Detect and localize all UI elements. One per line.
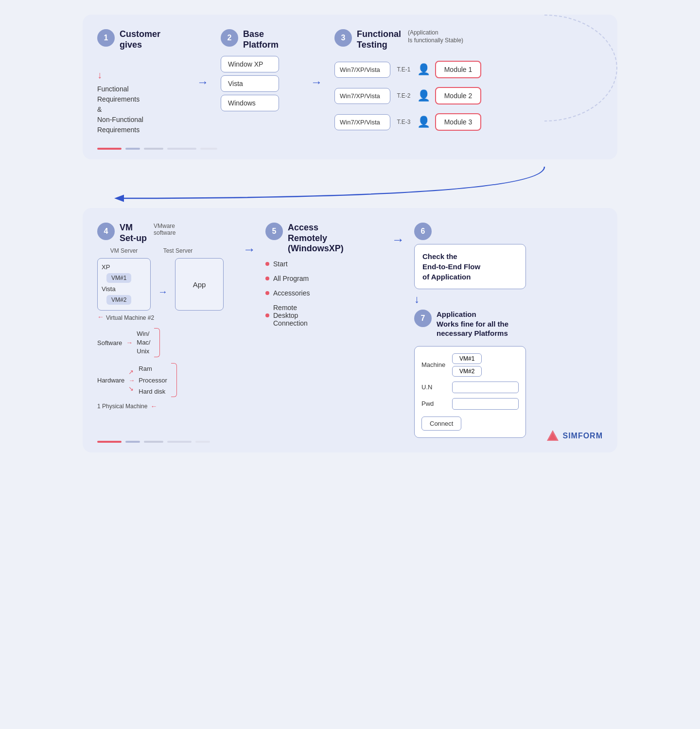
vm-server-area: XP VM#1 Vista VM#2 → App xyxy=(97,258,233,311)
un-label: U.N xyxy=(421,383,448,391)
prog-gray-2 xyxy=(144,148,163,150)
bottom-section: 4 VMSet-up VMwaresoftware VM Server Test… xyxy=(83,208,617,452)
bot-prog-gray-1 xyxy=(125,441,140,443)
login-box: Machine VM#1 VM#2 U.N Pwd xyxy=(414,346,526,438)
software-label: Software xyxy=(97,339,122,347)
step2-block: 2 BasePlatform Window XP Vista Windows xyxy=(221,29,298,114)
access-accessories-label: Accessories xyxy=(273,289,310,297)
step1-block: 1 Customergives ↓ FunctionalRequirements… xyxy=(97,29,185,135)
test-server-label: Test Server xyxy=(154,247,202,254)
bottom-row: 4 VMSet-up VMwaresoftware VM Server Test… xyxy=(97,223,603,438)
big-connector xyxy=(83,164,617,203)
step7-block: 7 ApplicationWorks fine for all theneces… xyxy=(414,310,526,438)
step1-content: ↓ FunctionalRequirements&Non-FunctionalR… xyxy=(97,66,143,135)
sw-unix: Unix xyxy=(137,347,150,356)
step5-circle: 5 xyxy=(265,223,283,240)
module-box-2: Module 2 xyxy=(435,87,481,104)
person-icon-1: 👤 xyxy=(417,63,430,76)
login-vm2: VM#2 xyxy=(452,366,482,377)
step1-circle: 1 xyxy=(97,29,115,47)
connect-button[interactable]: Connect xyxy=(421,417,461,431)
te-label-2: T.E-2 xyxy=(395,92,412,99)
main-container: 1 Customergives ↓ FunctionalRequirements… xyxy=(83,15,617,452)
step1-req: FunctionalRequirements&Non-FunctionalReq… xyxy=(97,85,143,134)
dot-pink-1 xyxy=(265,262,269,266)
vm-left-panel: XP VM#1 Vista VM#2 xyxy=(97,258,151,311)
access-remote: RemoteDesktopConnection xyxy=(265,304,382,327)
dot-pink-4 xyxy=(265,313,269,317)
prog-gray-3 xyxy=(167,148,196,150)
simform-logo: SIMFORM xyxy=(546,429,603,443)
step4-title: VMSet-up xyxy=(120,223,147,243)
sw-mac: Mac/ xyxy=(137,338,150,347)
bot-prog-gray-4 xyxy=(195,441,210,443)
win-box-2: Win7/XP/Vista xyxy=(334,88,390,104)
arrow-hw-3: ↘ xyxy=(128,385,135,392)
functional-row-1: Win7/XP/Vista T.E-1 👤 Module 1 xyxy=(334,61,481,78)
access-allprog: All Program xyxy=(265,275,382,282)
brace-hardware xyxy=(171,363,177,397)
software-section: Software → Win/ Mac/ Unix Hardware xyxy=(97,328,233,397)
step6-circle: 6 xyxy=(414,223,432,240)
step3-block: 3 FunctionalTesting (ApplicationIs funct… xyxy=(334,29,603,131)
step2-circle: 2 xyxy=(221,29,238,47)
arrow-right-5-6: → xyxy=(392,232,404,247)
prog-red xyxy=(97,148,122,150)
dot-pink-2 xyxy=(265,277,269,280)
simform-icon xyxy=(546,429,560,443)
sw-win: Win/ xyxy=(137,330,150,338)
login-pwd-row: Pwd xyxy=(421,398,519,410)
access-items: Start All Program Accessories RemoteDesk… xyxy=(265,260,382,327)
bot-prog-gray-2 xyxy=(144,441,163,443)
machine-label: Machine xyxy=(421,361,448,368)
module-box-1: Module 1 xyxy=(435,61,481,78)
vm-arrow-pink: ← xyxy=(97,313,104,321)
top-section: 1 Customergives ↓ FunctionalRequirements… xyxy=(83,15,617,159)
step4-circle: 4 xyxy=(97,223,115,240)
platform-winxp: Window XP xyxy=(221,56,279,72)
win-box-1: Win7/XP/Vista xyxy=(334,62,390,78)
login-machine-row: Machine VM#1 VM#2 xyxy=(421,353,519,377)
vm-server-label: VM Server xyxy=(97,247,151,254)
prog-gray-4 xyxy=(200,148,217,150)
login-vm1: VM#1 xyxy=(452,353,482,364)
access-start: Start xyxy=(265,260,382,268)
step1-title: Customergives xyxy=(120,29,160,50)
access-remote-label: RemoteDesktopConnection xyxy=(273,304,308,327)
step5-header: 5 AccessRemotely(WindowsXP) xyxy=(265,223,382,254)
platform-windows: Windows xyxy=(221,95,279,111)
vm-chip-2: VM#2 xyxy=(106,295,131,305)
step2-title: BasePlatform xyxy=(243,29,279,50)
hw-proc: Processor xyxy=(139,375,167,386)
hw-ram: Ram xyxy=(139,363,167,374)
step5-title: AccessRemotely(WindowsXP) xyxy=(288,223,344,254)
top-row: 1 Customergives ↓ FunctionalRequirements… xyxy=(97,29,603,135)
platform-vista: Vista xyxy=(221,75,279,92)
brace-software xyxy=(154,328,160,357)
pwd-input[interactable] xyxy=(452,398,519,410)
step6-7-col: 6 Check theEnd-to-End Flowof Application… xyxy=(414,223,603,438)
step3-header: 3 FunctionalTesting (ApplicationIs funct… xyxy=(334,29,463,50)
software-items: Win/ Mac/ Unix xyxy=(137,330,150,356)
bot-prog-gray-3 xyxy=(167,441,192,443)
person-icon-2: 👤 xyxy=(417,89,430,102)
dot-pink-3 xyxy=(265,291,269,295)
te-label-1: T.E-1 xyxy=(395,66,412,73)
functional-rows: Win7/XP/Vista T.E-1 👤 Module 1 Win7/XP/V… xyxy=(334,61,481,131)
step6-header: 6 xyxy=(414,223,526,240)
arrow-down-pink-1: ↓ xyxy=(97,68,143,82)
hardware-items: Ram Processor Hard disk xyxy=(139,363,167,397)
app-label: App xyxy=(193,280,206,289)
login-un-row: U.N xyxy=(421,382,519,393)
physical-machine-label: 1 Physical Machine xyxy=(97,403,147,410)
vm-chips-col: VM#1 VM#2 xyxy=(452,353,482,377)
step5-block: 5 AccessRemotely(WindowsXP) Start All Pr… xyxy=(265,223,382,327)
step3-circle: 3 xyxy=(334,29,352,47)
step6-box: Check theEnd-to-End Flowof Application xyxy=(414,244,526,289)
un-input[interactable] xyxy=(452,382,519,393)
arrow-hw-2: → xyxy=(128,377,135,384)
hardware-label: Hardware xyxy=(97,377,124,384)
arrow-hw-1: ↗ xyxy=(128,368,135,376)
step4-header: 4 VMSet-up VMwaresoftware xyxy=(97,223,233,243)
arrow-right-4-5-pre: → xyxy=(158,286,168,297)
